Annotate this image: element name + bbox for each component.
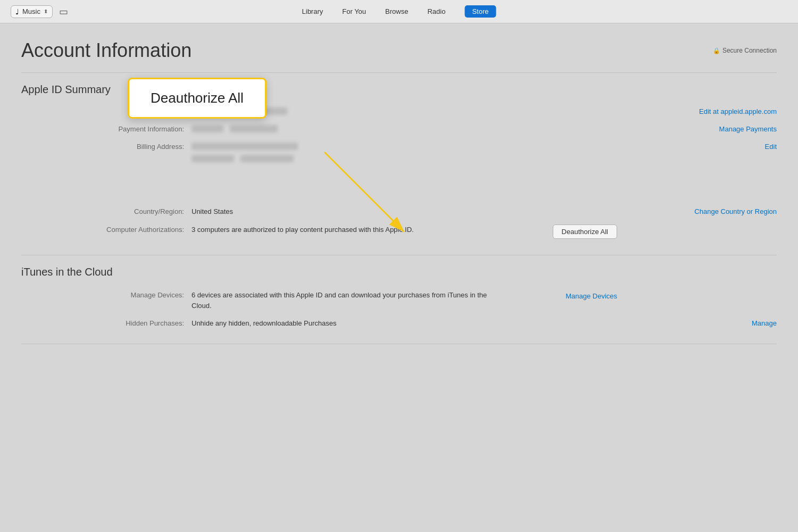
nav-for-you[interactable]: For You xyxy=(342,7,366,15)
hidden-purchases-label: Hidden Purchases: xyxy=(21,318,192,327)
computer-auth-action: Deauthorize All xyxy=(500,223,617,239)
callout-overlay: Deauthorize All xyxy=(128,78,267,119)
apple-id-action: Edit at appleid.apple.com xyxy=(660,106,777,116)
address-blurred-1 xyxy=(192,143,298,150)
computer-auth-label: Computer Authorizations: xyxy=(21,223,192,234)
svg-line-1 xyxy=(325,152,404,232)
manage-devices-row: Manage Devices: 6 devices are associated… xyxy=(21,289,777,311)
country-region-value: United States xyxy=(192,206,660,215)
payment-info-label: Payment Information: xyxy=(21,124,192,133)
billing-address-value xyxy=(192,142,660,164)
address-blurred-2 xyxy=(192,155,234,162)
manage-hidden-link[interactable]: Manage xyxy=(752,319,777,327)
payment-info-row: Payment Information: Manage Payments xyxy=(21,124,777,134)
itunes-cloud-section: iTunes in the Cloud Manage Devices: 6 de… xyxy=(21,266,777,328)
callout-box-text: Deauthorize All xyxy=(151,90,244,106)
callout-box: Deauthorize All xyxy=(128,78,267,119)
secure-connection-label: Secure Connection xyxy=(722,47,777,54)
app-name: Music xyxy=(22,7,40,15)
billing-address-row: Billing Address: Edit Deauthorize All xyxy=(21,142,777,164)
computer-auth-row: Computer Authorizations: 3 computers are… xyxy=(21,223,777,239)
top-nav: ♩ Music ⬍ ▭ Library For You Browse Radio… xyxy=(0,0,798,23)
bottom-divider xyxy=(21,344,777,344)
manage-devices-value: 6 devices are associated with this Apple… xyxy=(192,289,500,311)
section-divider xyxy=(21,255,777,255)
country-region-action: Change Country or Region xyxy=(660,206,777,216)
page-title: Account Information xyxy=(21,39,192,62)
nav-browse[interactable]: Browse xyxy=(385,7,408,15)
edit-billing-link[interactable]: Edit xyxy=(765,143,777,151)
device-icon[interactable]: ▭ xyxy=(59,6,68,18)
hidden-purchases-value: Unhide any hidden, redownloadable Purcha… xyxy=(192,318,660,327)
nav-center: Library For You Browse Radio Store xyxy=(302,5,496,18)
payment-blurred-2 xyxy=(230,125,278,132)
payment-blurred-1 xyxy=(192,125,223,132)
address-blurred-3 xyxy=(240,155,294,162)
computer-auth-value: 3 computers are authorized to play conte… xyxy=(192,223,500,235)
manage-devices-link[interactable]: Manage Devices xyxy=(566,292,617,300)
payment-info-action: Manage Payments xyxy=(660,124,777,134)
edit-appleid-link[interactable]: Edit at appleid.apple.com xyxy=(699,107,777,115)
hidden-purchases-action: Manage xyxy=(660,318,777,328)
music-note-icon: ♩ xyxy=(15,7,19,16)
apple-id-summary-section: Apple ID Summary Apple ID: Edit at apple… xyxy=(21,84,777,239)
billing-address-action: Edit xyxy=(660,142,777,151)
nav-left: ♩ Music ⬍ ▭ xyxy=(11,5,68,18)
hidden-purchases-row: Hidden Purchases: Unhide any hidden, red… xyxy=(21,318,777,328)
manage-payments-link[interactable]: Manage Payments xyxy=(719,125,777,133)
manage-devices-label: Manage Devices: xyxy=(21,289,192,299)
country-region-row: Country/Region: United States Change Cou… xyxy=(21,206,777,216)
page-header: Account Information 🔒 Secure Connection xyxy=(21,39,777,62)
billing-address-label: Billing Address: xyxy=(21,142,192,151)
main-content: Account Information 🔒 Secure Connection … xyxy=(0,23,798,376)
country-region-label: Country/Region: xyxy=(21,206,192,215)
nav-radio[interactable]: Radio xyxy=(427,7,445,15)
header-divider xyxy=(21,72,777,73)
nav-store-button[interactable]: Store xyxy=(464,5,496,18)
secure-connection: 🔒 Secure Connection xyxy=(713,47,777,54)
payment-info-value xyxy=(192,124,660,134)
nav-library[interactable]: Library xyxy=(302,7,323,15)
lock-icon: 🔒 xyxy=(713,47,720,54)
app-selector[interactable]: ♩ Music ⬍ xyxy=(11,5,53,18)
itunes-cloud-title: iTunes in the Cloud xyxy=(21,266,777,278)
chevron-icon: ⬍ xyxy=(44,9,48,14)
change-country-link[interactable]: Change Country or Region xyxy=(694,207,777,215)
deauthorize-all-button[interactable]: Deauthorize All xyxy=(553,225,617,239)
manage-devices-action: Manage Devices xyxy=(500,289,617,301)
